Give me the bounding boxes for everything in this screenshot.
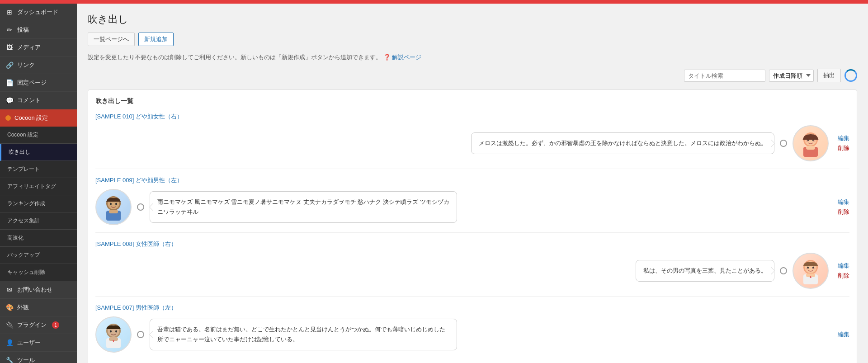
sidebar-item-cache[interactable]: キャッシュ削除 [0,264,77,281]
svg-point-10 [110,203,112,205]
radio-dot-0 [780,140,787,147]
sidebar-item-comments[interactable]: 💬 コメント [0,92,77,109]
bubble-item-title-0[interactable]: [SAMPLE 010] どや顔女性（右） [95,113,849,121]
sidebar-item-label: ユーザー [17,339,41,347]
svg-point-11 [115,203,117,205]
tools-icon: 🔧 [5,356,14,363]
action-buttons: 一覧ページへ 新規追加 [88,33,857,46]
list-page-button[interactable]: 一覧ページへ [88,33,135,46]
bubble-item-2: [SAMPLE 008] 女性医師（右） 私は、その男の写真を三葉、見たことがあ… [95,240,849,297]
sidebar-item-backup[interactable]: バックアップ [0,247,77,264]
admin-bar [0,0,868,4]
extract-button[interactable]: 抽出 [817,69,841,82]
users-icon: 👤 [5,339,14,347]
radio-dot-2 [780,267,787,274]
bubble-content-2: 私は、その男の写真を三葉、見たことがある。 [95,253,849,289]
sidebar-item-ranking[interactable]: ランキング作成 [0,195,77,212]
bubble-content-3: 吾輩は猫である。名前はまだ無い。どこで生れたかとんと見当けんとうがつかぬ。何でも… [95,316,849,353]
sidebar-item-speed[interactable]: 高速化 [0,230,77,247]
media-icon: 🖼 [5,43,14,52]
bubble-item-title-1[interactable]: [SAMPLE 009] どや顔男性（左） [95,176,849,184]
sidebar-item-label: お問い合わせ [17,286,52,294]
main-content: 吹き出し 一覧ページへ 新規追加 設定を変更したり不要なものは削除してご利用くだ… [77,4,868,363]
speech-bubble-0: メロスは激怒した。必ず、かの邪智暴虐の王を除かなければならぬと決意した。メロスに… [471,132,774,154]
sidebar: ⊞ ダッシュボード ✏ 投稿 🖼 メディア 🔗 リンク 📄 固定ページ 💬 コメ… [0,4,77,363]
sidebar-item-label: メディア [17,43,41,52]
sidebar-item-label: ダッシュボード [17,8,58,16]
sidebar-item-posts[interactable]: ✏ 投稿 [0,21,77,39]
sidebar-item-label: プラグイン [17,321,47,329]
avatar-2 [793,253,829,289]
sidebar-item-label: リンク [17,61,35,69]
sidebar-item-plugins[interactable]: 🔌 プラグイン 1 [0,316,77,334]
sidebar-subitem-label: アフィリエイトタグ [7,183,56,190]
sidebar-subitem-label: ランキング作成 [7,200,45,207]
sidebar-item-label: 外観 [17,303,29,311]
bubble-actions-1: 編集 削除 [838,198,849,216]
sidebar-item-users[interactable]: 👤 ユーザー [0,334,77,352]
sidebar-item-affiliate[interactable]: アフィリエイトタグ [0,178,77,195]
help-link[interactable]: ❓ 解説ページ [383,54,422,61]
edit-link-2[interactable]: 編集 [838,262,849,270]
help-icon: ❓ [383,54,391,61]
new-add-button[interactable]: 新規追加 [138,33,174,46]
sidebar-item-cocoon-settings[interactable]: Cocoon 設定 [0,127,77,144]
sidebar-subitem-label: 吹き出し [9,148,30,156]
sidebar-item-cocoon-settings-main[interactable]: Cocoon 設定 [0,109,77,127]
plugins-icon: 🔌 [5,321,14,329]
info-bar: 設定を変更したり不要なものは削除してご利用ください。新しいものは「新規作成」ボタ… [88,53,857,61]
sidebar-item-dashboard[interactable]: ⊞ ダッシュボード [0,4,77,21]
edit-link-3[interactable]: 編集 [838,330,849,339]
sidebar-item-links[interactable]: 🔗 リンク [0,57,77,74]
appearance-icon: 🎨 [5,303,14,311]
svg-point-5 [813,140,816,142]
page-title: 吹き出し [88,13,857,26]
sidebar-item-appearance[interactable]: 🎨 外観 [0,299,77,316]
sidebar-item-label: Cocoon 設定 [14,114,48,122]
sidebar-item-template[interactable]: テンプレート [0,161,77,178]
svg-rect-13 [109,210,118,213]
svg-rect-7 [806,146,815,150]
posts-icon: ✏ [5,26,14,34]
bubble-content-1: 雨ニモマケズ 風ニモマケズ 雪ニモ夏ノ暑サニモマケヌ 丈夫ナカラダヲモチ 慾ハナ… [95,189,849,225]
bubble-item-0: [SAMPLE 010] どや顔女性（右） メロスは激怒した。必ず、かの邪智暴虐… [95,113,849,169]
bubble-wrapper-0: メロスは激怒した。必ず、かの邪智暴虐の王を除かなければならぬと決意した。メロスに… [95,132,774,154]
plugins-badge: 1 [52,321,59,329]
delete-link-2[interactable]: 削除 [838,272,849,280]
svg-point-18 [806,268,808,269]
sidebar-item-label: コメント [17,96,41,104]
bubble-item-title-2[interactable]: [SAMPLE 008] 女性医師（右） [95,240,849,248]
speech-bubble-3: 吾輩は猫である。名前はまだ無い。どこで生れたかとんと見当けんとうがつかぬ。何でも… [150,319,457,350]
sidebar-subitem-label: キャッシュ削除 [7,269,45,276]
info-text: 設定を変更したり不要なものは削除してご利用ください。新しいものは「新規作成」ボタ… [88,54,382,61]
delete-link-0[interactable]: 削除 [838,144,849,152]
sidebar-item-label: ツール [17,356,35,363]
search-input[interactable] [684,70,765,82]
sidebar-item-media[interactable]: 🖼 メディア [0,39,77,57]
sidebar-item-access[interactable]: アクセス集計 [0,212,77,230]
sidebar-subitem-label: バックアップ [7,251,40,259]
svg-point-27 [115,330,117,333]
edit-link-0[interactable]: 編集 [838,134,849,142]
delete-link-1[interactable]: 削除 [838,208,849,216]
speech-bubble-1: 雨ニモマケズ 風ニモマケズ 雪ニモ夏ノ暑サニモマケヌ 丈夫ナカラダヲモチ 慾ハナ… [150,191,457,223]
avatar-1 [95,189,132,225]
edit-link-1[interactable]: 編集 [838,198,849,206]
sort-select[interactable]: 作成日降順作成日昇順更新日降順 [769,70,814,82]
comments-icon: 💬 [5,96,14,104]
sidebar-subitem-label: 高速化 [7,234,24,242]
dashboard-icon: ⊞ [5,8,14,16]
sidebar-item-pages[interactable]: 📄 固定ページ [0,74,77,92]
bubble-item-3: [SAMPLE 007] 男性医師（左） [95,304,849,358]
svg-point-19 [813,268,816,269]
avatar-0 [793,125,829,161]
sidebar-item-tools[interactable]: 🔧 ツール [0,352,77,363]
avatar-3 [95,316,132,353]
sidebar-item-fukidashi[interactable]: 吹き出し [0,144,77,161]
sidebar-item-contact[interactable]: ✉ お問い合わせ [0,281,77,299]
contact-icon: ✉ [5,286,14,294]
cocoon-submenu: Cocoon 設定 吹き出し テンプレート アフィリエイトタグ ランキング作成 … [0,127,77,281]
bubble-item-title-3[interactable]: [SAMPLE 007] 男性医師（左） [95,304,849,312]
bubble-wrapper-1: 雨ニモマケズ 風ニモマケズ 雪ニモ夏ノ暑サニモマケヌ 丈夫ナカラダヲモチ 慾ハナ… [150,191,829,223]
radio-dot-1 [137,203,144,211]
